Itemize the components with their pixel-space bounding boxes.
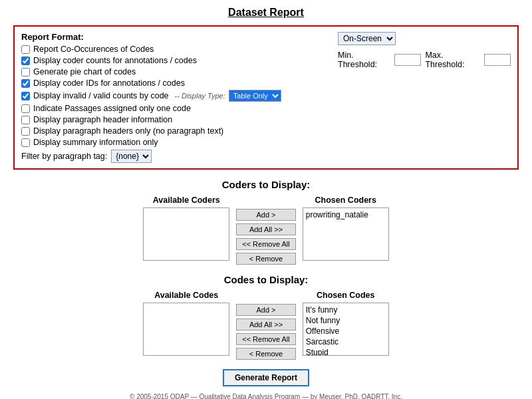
codes-buttons: Add > Add All >> << Remove All < Remove	[236, 304, 296, 360]
coders-remove-all-button[interactable]: << Remove All	[236, 238, 296, 250]
checkbox-label-coder-counts: Display coder counts for annotations / c…	[33, 56, 197, 65]
report-format-left: Report Format: Report Co-Occurences of C…	[21, 32, 325, 163]
codes-remove-all-button[interactable]: << Remove All	[236, 333, 296, 345]
coders-section-title: Coders to Display:	[13, 179, 519, 190]
coders-add-all-button[interactable]: Add All >>	[236, 223, 296, 235]
codes-chosen-item-2: Not funny	[306, 315, 386, 326]
generate-report-button[interactable]: Generate Report	[223, 369, 309, 386]
display-type-select[interactable]: Table Only Chart Only Both	[229, 90, 281, 102]
report-format-right: On-Screen PDF CSV Min. Threshold: Max. T…	[338, 32, 511, 163]
codes-remove-button[interactable]: < Remove	[236, 348, 296, 360]
codes-chosen-item-4: Sarcastic	[306, 336, 386, 347]
coders-add-button[interactable]: Add >	[236, 209, 296, 221]
filter-row: Filter by paragraph tag: {none}	[21, 150, 325, 163]
checkbox-row-8: Display paragraph headers only (no parag…	[21, 126, 325, 136]
display-type-label: -- Display Type:	[175, 92, 225, 100]
footer: © 2005-2015 QDAP — Qualitative Data Anal…	[13, 393, 519, 399]
checkbox-coder-counts[interactable]	[21, 57, 30, 65]
coders-remove-button[interactable]: < Remove	[236, 253, 296, 265]
filter-tag-select[interactable]: {none}	[111, 150, 152, 163]
page-title: Dataset Report	[13, 7, 519, 19]
on-screen-select[interactable]: On-Screen PDF CSV	[338, 32, 396, 45]
codes-chosen-item-1: It's funny	[306, 305, 386, 315]
coders-buttons: Add > Add All >> << Remove All < Remove	[236, 209, 296, 265]
coders-transfer-panel: Available Coders Add > Add All >> << Rem…	[13, 196, 519, 265]
checkbox-row-6: Indicate Passages assigned only one code	[21, 104, 325, 113]
max-threshold-label: Max. Threshold:	[425, 51, 480, 69]
checkbox-label-co-occurences: Report Co-Occurences of Codes	[33, 45, 154, 54]
coders-chosen-list[interactable]: prowriting_natalie	[303, 207, 389, 261]
codes-section-title: Codes to Display:	[13, 274, 519, 285]
checkbox-coder-ids[interactable]	[21, 79, 30, 88]
checkbox-label-paragraph-headers-only: Display paragraph headers only (no parag…	[33, 126, 223, 136]
checkbox-paragraph-header[interactable]	[21, 116, 30, 124]
checkbox-co-occurences[interactable]	[21, 45, 30, 54]
checkbox-label-summary: Display summary information only	[33, 138, 158, 147]
min-threshold-input[interactable]	[394, 54, 421, 66]
codes-chosen-panel: Chosen Codes It's funny Not funny Offens…	[303, 291, 389, 360]
checkbox-paragraph-headers-only[interactable]	[21, 127, 30, 136]
checkbox-label-passages: Indicate Passages assigned only one code	[33, 104, 191, 113]
checkbox-label-invalid-valid: Display invalid / valid counts by code	[33, 91, 169, 100]
coders-available-list[interactable]	[143, 207, 229, 261]
on-screen-row: On-Screen PDF CSV	[338, 32, 511, 45]
checkbox-label-pie-chart: Generate pie chart of codes	[33, 67, 136, 76]
coders-available-panel: Available Coders	[143, 196, 229, 265]
checkbox-row-7: Display paragraph header information	[21, 115, 325, 124]
checkbox-passages[interactable]	[21, 104, 30, 113]
checkbox-label-paragraph-header: Display paragraph header information	[33, 115, 172, 124]
codes-chosen-label: Chosen Codes	[317, 291, 375, 300]
report-format-section: Report Format: Report Co-Occurences of C…	[13, 25, 519, 170]
checkbox-pie-chart[interactable]	[21, 68, 30, 76]
coders-chosen-label: Chosen Coders	[315, 196, 376, 205]
codes-chosen-list[interactable]: It's funny Not funny Offensive Sarcastic…	[303, 303, 389, 356]
coders-chosen-panel: Chosen Coders prowriting_natalie	[303, 196, 389, 265]
checkbox-row-1: Report Co-Occurences of Codes	[21, 45, 325, 54]
checkbox-row-2: Display coder counts for annotations / c…	[21, 56, 325, 65]
min-threshold-label: Min. Threshold:	[338, 51, 390, 69]
coders-available-label: Available Coders	[153, 196, 220, 205]
report-format-label: Report Format:	[21, 32, 325, 42]
codes-available-list[interactable]	[143, 303, 229, 356]
max-threshold-input[interactable]	[484, 54, 511, 66]
checkbox-invalid-valid[interactable]	[21, 92, 30, 100]
checkbox-label-coder-ids: Display coder IDs for annotations / code…	[33, 78, 185, 88]
checkbox-row-5: Display invalid / valid counts by code -…	[21, 90, 325, 102]
codes-available-panel: Available Codes	[143, 291, 229, 360]
codes-chosen-item-3: Offensive	[306, 326, 386, 336]
checkbox-row-9: Display summary information only	[21, 138, 325, 147]
codes-transfer-panel: Available Codes Add > Add All >> << Remo…	[13, 291, 519, 360]
filter-label: Filter by paragraph tag:	[21, 152, 107, 161]
checkbox-summary[interactable]	[21, 138, 30, 147]
checkbox-row-4: Display coder IDs for annotations / code…	[21, 78, 325, 88]
checkbox-row-3: Generate pie chart of codes	[21, 67, 325, 76]
codes-add-button[interactable]: Add >	[236, 304, 296, 316]
codes-available-label: Available Codes	[154, 291, 218, 300]
codes-chosen-item-5: Stupid	[306, 347, 386, 356]
coders-chosen-item: prowriting_natalie	[306, 209, 386, 220]
threshold-row: Min. Threshold: Max. Threshold:	[338, 51, 511, 69]
codes-add-all-button[interactable]: Add All >>	[236, 319, 296, 331]
